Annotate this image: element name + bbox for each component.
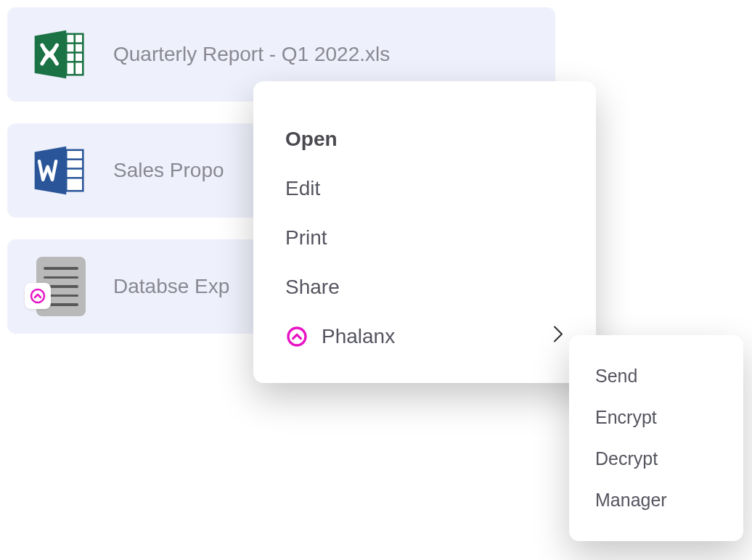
phalanx-submenu: Send Encrypt Decrypt Manager [569, 335, 743, 541]
submenu-item-manager[interactable]: Manager [569, 479, 743, 521]
svg-point-11 [31, 289, 44, 302]
phalanx-badge-icon [25, 283, 51, 309]
word-icon [29, 141, 89, 200]
excel-icon [29, 25, 89, 84]
menu-item-label: Share [285, 276, 340, 299]
menu-item-share[interactable]: Share [253, 263, 596, 312]
text-file-icon [29, 257, 89, 316]
submenu-item-send[interactable]: Send [569, 355, 743, 397]
submenu-item-encrypt[interactable]: Encrypt [569, 397, 743, 438]
menu-item-label: Phalanx [322, 325, 395, 348]
submenu-item-label: Encrypt [595, 407, 657, 427]
menu-item-edit[interactable]: Edit [253, 164, 596, 213]
context-menu: Open Edit Print Share Phalanx [253, 81, 596, 383]
submenu-item-decrypt[interactable]: Decrypt [569, 438, 743, 479]
file-name: Databse Exp [113, 275, 229, 298]
svg-rect-7 [66, 150, 83, 191]
menu-item-open[interactable]: Open [253, 115, 596, 164]
menu-item-label: Edit [285, 177, 320, 200]
file-name: Quarterly Report - Q1 2022.xls [113, 43, 390, 66]
submenu-item-label: Manager [595, 490, 667, 510]
menu-item-label: Open [285, 128, 338, 151]
menu-item-phalanx[interactable]: Phalanx [253, 312, 596, 361]
svg-point-12 [288, 328, 306, 345]
file-name: Sales Propo [113, 159, 224, 182]
menu-item-label: Print [285, 226, 327, 250]
submenu-item-label: Decrypt [595, 448, 658, 469]
submenu-item-label: Send [595, 366, 637, 386]
phalanx-icon [285, 325, 308, 348]
menu-item-print[interactable]: Print [253, 213, 596, 263]
chevron-right-icon [552, 325, 564, 349]
